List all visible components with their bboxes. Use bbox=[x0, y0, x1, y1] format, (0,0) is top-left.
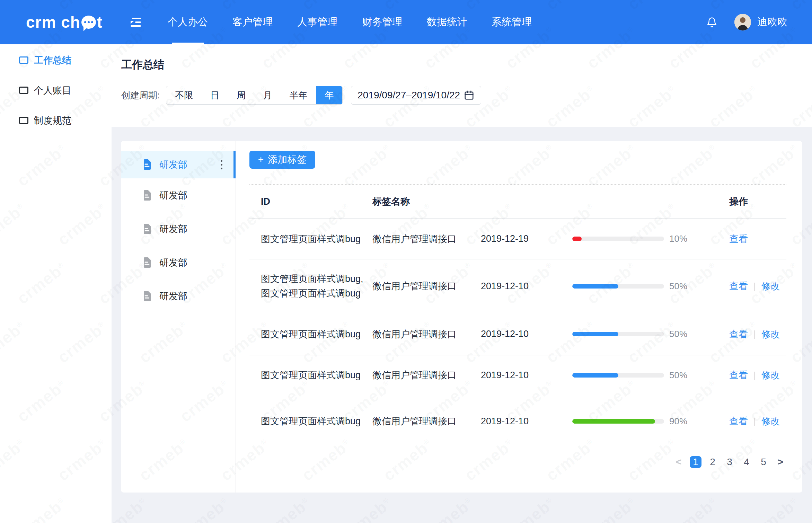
top-nav-item[interactable]: 客户管理 bbox=[232, 0, 273, 44]
table-row: 图文管理页面样式调bug 微信用户管理调接口 2019-12-10 90% 查看… bbox=[249, 395, 786, 447]
main-card: 研发部 研发部 研发部 研发部 研发部 + 添加标签 bbox=[121, 141, 802, 493]
period-tab-label: 月 bbox=[263, 89, 272, 101]
dept-list-item-label: 研发部 bbox=[159, 290, 229, 302]
menu-fold-icon[interactable] bbox=[130, 16, 142, 28]
action-divider: | bbox=[753, 281, 756, 292]
filter-row: 创建周期: 不限 日 周 月 半年 年 2019/09/27–2019/10/2… bbox=[121, 86, 802, 105]
sidebar-item-label: 制度规范 bbox=[34, 114, 71, 127]
header-id: ID bbox=[261, 196, 372, 207]
top-nav-item-label: 系统管理 bbox=[492, 15, 532, 29]
sidebar-item[interactable]: 制度规范 bbox=[0, 105, 112, 135]
progress-percent: 90% bbox=[669, 416, 729, 427]
row-actions: 查看 bbox=[729, 233, 786, 245]
period-segmented-control: 不限 日 周 月 半年 年 bbox=[166, 86, 343, 105]
chat-bubble-icon bbox=[81, 16, 96, 29]
period-tab-label: 半年 bbox=[289, 89, 307, 101]
progress-percent: 50% bbox=[669, 370, 729, 381]
cell-tag-name: 微信用户管理调接口 bbox=[372, 369, 481, 381]
user-avatar[interactable] bbox=[734, 14, 751, 30]
dept-list-item-label: 研发部 bbox=[159, 189, 229, 202]
progress-percent: 50% bbox=[669, 281, 729, 292]
progress-track bbox=[572, 373, 664, 378]
row-actions: 查看|修改 bbox=[729, 328, 786, 340]
progress-bar bbox=[572, 237, 669, 241]
period-tab-label: 不限 bbox=[175, 89, 193, 101]
sidebar-item[interactable]: 个人账目 bbox=[0, 75, 112, 105]
app-logo: crm cht bbox=[26, 13, 103, 32]
progress-track bbox=[572, 284, 664, 289]
prev-page-button[interactable]: < bbox=[673, 456, 685, 468]
progress-track bbox=[572, 332, 664, 336]
action-link[interactable]: 修改 bbox=[761, 415, 780, 427]
main-content: 工作总结 创建周期: 不限 日 周 月 半年 年 2019/09/27–2019… bbox=[112, 44, 812, 523]
document-icon bbox=[143, 291, 152, 301]
page-number-button[interactable]: 1 bbox=[690, 456, 701, 468]
sidebar-item[interactable]: 工作总结 bbox=[0, 45, 112, 75]
dept-list-item-label: 研发部 bbox=[159, 158, 221, 171]
progress-percent: 10% bbox=[669, 233, 729, 244]
calendar-icon bbox=[464, 90, 475, 101]
dept-list-item[interactable]: 研发部 bbox=[121, 246, 236, 279]
top-nav-item[interactable]: 系统管理 bbox=[492, 0, 532, 44]
user-name[interactable]: 迪欧欧 bbox=[757, 15, 787, 29]
progress-percent: 50% bbox=[669, 329, 729, 339]
header-tag-name: 标签名称 bbox=[372, 195, 481, 208]
page-number-button[interactable]: 3 bbox=[724, 456, 735, 468]
action-link[interactable]: 查看 bbox=[729, 369, 748, 381]
action-link[interactable]: 修改 bbox=[761, 369, 780, 381]
top-nav-item-label: 财务管理 bbox=[362, 15, 402, 29]
page-number-button[interactable]: 2 bbox=[707, 456, 718, 468]
filter-label: 创建周期: bbox=[121, 89, 160, 101]
top-nav-item-label: 人事管理 bbox=[297, 15, 337, 29]
page-number-button[interactable]: 5 bbox=[758, 456, 769, 468]
progress-fill bbox=[572, 419, 655, 424]
progress-track bbox=[572, 237, 664, 241]
action-link[interactable]: 查看 bbox=[729, 280, 748, 292]
cell-date: 2019-12-10 bbox=[481, 370, 572, 381]
sidebar-item-label: 个人账目 bbox=[34, 84, 71, 97]
top-nav-item[interactable]: 个人办公 bbox=[168, 0, 208, 44]
add-tag-button[interactable]: + 添加标签 bbox=[249, 151, 315, 169]
progress-track bbox=[572, 419, 664, 424]
top-nav-item-label: 客户管理 bbox=[232, 15, 273, 29]
date-range-picker[interactable]: 2019/09/27–2019/10/22 bbox=[351, 86, 481, 105]
sidebar-item-label: 工作总结 bbox=[34, 54, 71, 67]
action-link[interactable]: 修改 bbox=[761, 280, 780, 292]
action-link[interactable]: 查看 bbox=[729, 328, 748, 340]
dept-list-item[interactable]: 研发部 bbox=[121, 151, 236, 178]
top-nav-item[interactable]: 数据统计 bbox=[427, 0, 467, 44]
header-right: 迪欧欧 bbox=[706, 14, 787, 30]
period-tab[interactable]: 日 bbox=[202, 86, 228, 104]
panel-icon bbox=[19, 117, 28, 124]
dept-list-item[interactable]: 研发部 bbox=[121, 212, 236, 246]
cell-date: 2019-12-19 bbox=[481, 233, 572, 244]
action-link[interactable]: 查看 bbox=[729, 233, 748, 245]
table-row: 图文管理页面样式调bug 微信用户管理调接口 2019-12-10 50% 查看… bbox=[249, 313, 786, 355]
next-page-button[interactable]: > bbox=[775, 456, 786, 468]
dept-list-item[interactable]: 研发部 bbox=[121, 178, 236, 212]
page-number-button[interactable]: 4 bbox=[741, 456, 752, 468]
period-tab[interactable]: 年 bbox=[316, 86, 342, 104]
header-action: 操作 bbox=[729, 195, 786, 208]
period-tab[interactable]: 周 bbox=[228, 86, 254, 104]
table-body: 图文管理页面样式调bug 微信用户管理调接口 2019-12-19 10% 查看… bbox=[249, 219, 786, 447]
progress-fill bbox=[572, 237, 582, 241]
action-link[interactable]: 修改 bbox=[761, 328, 780, 340]
progress-bar bbox=[572, 419, 669, 424]
dept-list-item[interactable]: 研发部 bbox=[121, 279, 236, 313]
period-tab[interactable]: 半年 bbox=[281, 86, 316, 104]
period-tab-label: 周 bbox=[237, 89, 246, 101]
filter-panel: 工作总结 创建周期: 不限 日 周 月 半年 年 2019/09/27–2019… bbox=[112, 44, 812, 127]
cell-date: 2019-12-10 bbox=[481, 416, 572, 427]
top-nav-item[interactable]: 财务管理 bbox=[362, 0, 402, 44]
notification-bell-icon[interactable] bbox=[706, 16, 718, 28]
cell-tag-name: 微信用户管理调接口 bbox=[372, 280, 481, 292]
period-tab[interactable]: 不限 bbox=[166, 86, 202, 104]
action-link[interactable]: 查看 bbox=[729, 415, 748, 427]
cell-id: 图文管理页面样式调bug bbox=[261, 327, 372, 342]
top-nav: 个人办公 客户管理 人事管理 财务管理 数据统计 系统管理 bbox=[168, 0, 556, 44]
kebab-menu-icon[interactable] bbox=[221, 160, 222, 169]
top-nav-item[interactable]: 人事管理 bbox=[297, 0, 337, 44]
period-tab[interactable]: 月 bbox=[254, 86, 281, 104]
panel-icon bbox=[19, 56, 28, 64]
